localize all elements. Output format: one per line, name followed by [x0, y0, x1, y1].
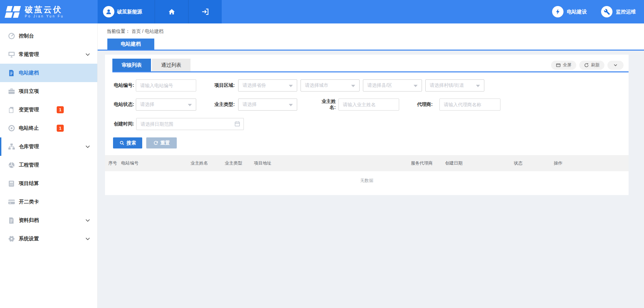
tab-passed-list[interactable]: 通过列表 [152, 59, 191, 71]
panel-card: 审核列表 通过列表 全屏 刷新 [105, 55, 629, 195]
caret-down-icon [476, 85, 480, 87]
badge-count: 1 [57, 106, 64, 113]
station-status-select[interactable]: 请选择 [136, 99, 196, 111]
collapse-button[interactable] [607, 61, 624, 70]
sidebar-item-system-settings[interactable]: 系统设置 [0, 230, 97, 248]
nav-label: 监控运维 [616, 9, 636, 15]
top-header: 破茧云伏 Po Jian Yun Fu 破茧新能源 [0, 0, 644, 23]
city-placeholder: 请选择城市 [305, 82, 328, 88]
search-icon [119, 140, 124, 145]
avatar [103, 6, 114, 17]
sidebar-item-warehouse-mgmt[interactable]: 仓库管理 [0, 137, 97, 156]
station-no-label: 电站编号: [112, 82, 134, 88]
col-project-address: 项目地址 [254, 160, 411, 166]
breadcrumb-prefix: 当前位置： [107, 28, 130, 34]
logout-button[interactable] [188, 0, 222, 23]
app-logo: 破茧云伏 Po Jian Yun Fu [0, 0, 98, 23]
sidebar: 控制台 常规管理 电站建档 项目立项 变更管理 1 电站终止 1 [0, 23, 98, 308]
logo-subtitle: Po Jian Yun Fu [25, 14, 64, 18]
badge-count: 1 [57, 125, 64, 132]
archive-icon [7, 217, 15, 225]
sidebar-item-engineering-mgmt[interactable]: 工程管理 [0, 156, 97, 174]
document-icon [7, 69, 15, 77]
empty-state: 无数据 [105, 171, 629, 186]
sidebar-item-label: 系统设置 [19, 236, 39, 242]
monitor-icon [7, 51, 15, 59]
table-header-row: 序号 电站编号 业主姓名 业主类型 项目地址 服务代理商 创建日期 状态 操作 [105, 155, 629, 171]
village-placeholder: 请选择村镇/街道 [430, 82, 464, 88]
agent-input[interactable] [439, 99, 500, 111]
refresh-icon [584, 63, 589, 68]
fullscreen-button[interactable]: 全屏 [551, 61, 576, 70]
sidebar-item-label: 常规管理 [19, 51, 39, 58]
province-select[interactable]: 请选择省份 [238, 79, 297, 91]
sidebar-item-label: 仓库管理 [19, 143, 39, 150]
col-seq: 序号 [108, 160, 121, 166]
user-icon [105, 8, 112, 15]
sidebar-item-general-mgmt[interactable]: 常规管理 [0, 45, 97, 64]
refresh-button[interactable]: 刷新 [579, 61, 604, 70]
tab-review-list[interactable]: 审核列表 [112, 59, 151, 71]
sidebar-item-project-initiation[interactable]: 项目立项 [0, 82, 97, 101]
calendar-icon [234, 121, 240, 127]
chevron-down-icon [613, 63, 618, 67]
nav-label: 电站建设 [567, 9, 587, 15]
owner-name-input[interactable] [338, 99, 399, 111]
nav-station-construction[interactable]: 电站建设 [552, 6, 587, 17]
city-select[interactable]: 请选择城市 [301, 79, 360, 91]
sidebar-item-label: 电站建档 [19, 70, 39, 76]
breadcrumb: 当前位置： 首页 / 电站建档 [107, 28, 164, 35]
caret-down-icon [188, 104, 192, 106]
county-select[interactable]: 请选择县/区 [363, 79, 422, 91]
reset-label: 重置 [161, 140, 170, 146]
sidebar-item-dashboard[interactable]: 控制台 [0, 27, 97, 45]
page-tab-station-filing[interactable]: 电站建档 [107, 39, 154, 50]
calculator-icon [7, 180, 15, 188]
sidebar-item-label: 项目立项 [19, 88, 39, 95]
sidebar-item-label: 变更管理 [19, 107, 39, 113]
chevron-down-icon [86, 236, 90, 240]
caret-down-icon [351, 85, 355, 87]
col-created-date: 创建日期 [445, 160, 514, 166]
reset-icon [153, 140, 158, 145]
dashboard-icon [7, 32, 15, 40]
filter-form: 电站编号: 项目区域: 请选择省份 请选择城市 请选择县/区 请选择村镇/街道 [105, 79, 629, 148]
home-button[interactable] [155, 0, 188, 23]
search-button[interactable]: 搜索 [113, 137, 142, 148]
sidebar-item-project-settlement[interactable]: 项目结算 [0, 174, 97, 193]
sidebar-item-data-archive[interactable]: 资料归档 [0, 211, 97, 230]
reset-button[interactable]: 重置 [146, 137, 177, 148]
panel-tab-underline [112, 71, 629, 72]
sidebar-item-label: 开二类卡 [19, 199, 39, 205]
chevron-down-icon [86, 52, 90, 56]
owner-type-label: 业主类型: [213, 102, 235, 108]
user-menu[interactable]: 破茧新能源 [98, 0, 155, 23]
sidebar-item-change-mgmt[interactable]: 变更管理 1 [0, 101, 97, 119]
fullscreen-icon [556, 63, 561, 68]
col-owner-type: 业主类型 [225, 160, 254, 166]
user-name: 破茧新能源 [117, 9, 142, 15]
fullscreen-label: 全屏 [563, 62, 572, 68]
home-icon [168, 8, 176, 16]
logo-mark-icon [5, 5, 21, 18]
station-status-label: 电站状态: [112, 102, 134, 108]
owner-name-label: 业主姓名: [316, 99, 336, 111]
bolt-icon [552, 6, 564, 17]
sidebar-item-open-type2-card[interactable]: 开二类卡 [0, 193, 97, 211]
nav-monitoring-ops[interactable]: 监控运维 [601, 6, 636, 17]
col-station-no: 电站编号 [121, 160, 191, 166]
owner-type-select[interactable]: 请选择 [238, 99, 297, 111]
sidebar-item-label: 工程管理 [19, 162, 39, 168]
caret-down-icon [289, 85, 293, 87]
sidebar-item-label: 资料归档 [19, 217, 39, 224]
panel-tabbar: 审核列表 通过列表 全屏 刷新 [105, 59, 629, 71]
village-select[interactable]: 请选择村镇/街道 [425, 79, 484, 91]
col-owner-name: 业主姓名 [191, 160, 225, 166]
agent-label: 代理商: [415, 102, 433, 108]
station-no-input[interactable] [136, 79, 196, 91]
card-icon [7, 198, 15, 206]
col-service-agent: 服务代理商 [411, 160, 445, 166]
sidebar-item-station-filing[interactable]: 电站建档 [0, 64, 97, 82]
sidebar-item-station-termination[interactable]: 电站终止 1 [0, 119, 97, 137]
date-range-input[interactable] [136, 118, 244, 130]
